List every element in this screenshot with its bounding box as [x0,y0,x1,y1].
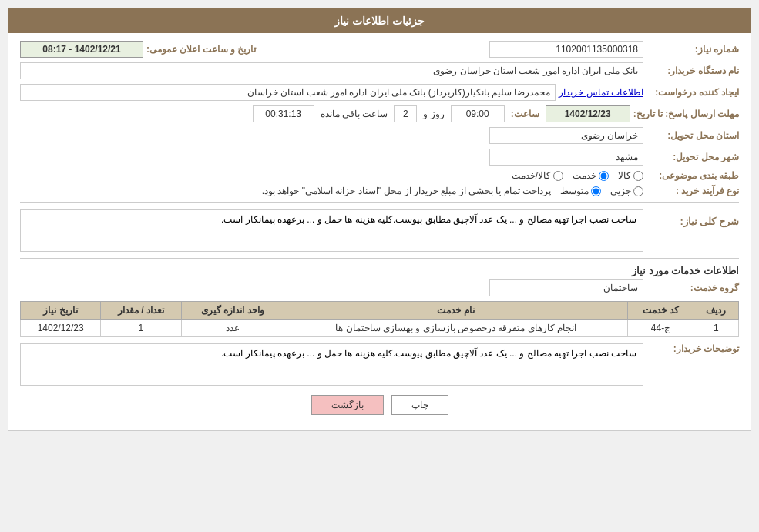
radio-motavasset[interactable]: متوسط [560,186,601,196]
tosifatKharridar-row: توضیحات خریدار: [20,343,739,386]
tabaqebandi-radio-group: کالا خدمت کالا/خدمت [512,170,643,181]
col-namKhadamat: نام خدمت [284,302,628,320]
col-tedad: تعداد / مقدار [101,302,181,320]
bazgasht-button[interactable]: بازگشت [311,395,384,415]
tabaqebandi-label: طبقه بندی موضوعی: [646,170,739,181]
radio-kala-label: کالا [618,170,631,181]
table-row: 1ج-44انجام کارهای متفرقه درخصوص بازسازی … [21,320,739,337]
mohlatErsalPasakh-label: مهلت ارسال پاسخ: تا تاریخ: [633,109,739,119]
shomareNiaz-row: شماره نیاز: 1102001135000318 تاریخ و ساع… [20,41,739,58]
ostan-value: خراسان رضوی [489,127,643,144]
namDastgah-label: نام دستگاه خریدار: [646,65,739,76]
gorohKhadamat-value: ساختمان [489,279,643,296]
radio-kala-khadamat-label: کالا/خدمت [512,170,551,181]
ijadKonande-label: ایجاد کننده درخواست: [646,87,739,98]
shomareNiaz-value: 1102001135000318 [489,41,643,58]
ijadKonande-value: محمدرضا سلیم بانکیار(کاربرداز) بانک ملی … [20,84,556,101]
sharhKoli-label: شرح کلی نیاز: [646,216,739,227]
ostan-label: استان محل تحویل: [646,130,739,141]
table-cell-tarikh: 1402/12/23 [21,320,101,337]
divider-2 [20,258,739,259]
tabaqebandi-row: طبقه بندی موضوعی: کالا خدمت کالا/خدمت [20,170,739,181]
col-vahed: واحد اندازه گیری [181,302,284,320]
table-cell-radif: 1 [694,320,738,337]
table-cell-namKhadamat: انجام کارهای متفرقه درخصوص بازسازی و بهس… [284,320,628,337]
noeFarayand-desc: پرداخت تمام یا بخشی از مبلغ خریدار از مح… [262,186,551,196]
col-radif: ردیف [694,302,738,320]
table-cell-kodKhadamat: ج-44 [628,320,694,337]
divider-1 [20,202,739,203]
radio-jozii-input[interactable] [633,186,643,196]
radio-kala-khadamat[interactable]: کالا/خدمت [512,170,563,181]
panel-title: جزئیات اطلاعات نیاز [334,15,425,27]
saatBaqi-value: 00:31:13 [253,105,314,122]
chap-button[interactable]: چاپ [391,395,448,415]
shahr-row: شهر محل تحویل: مشهد [20,149,739,166]
noeFarayand-label: نوع فرآیند خرید : [646,186,739,196]
radio-motavasset-input[interactable] [591,186,601,196]
gorohKhadamat-label: گروه خدمت: [646,283,739,293]
khadamat-table: ردیف کد خدمت نام خدمت واحد اندازه گیری ت… [20,301,739,337]
radio-kala-khadamat-input[interactable] [553,171,563,181]
tosifatKharridar-textarea[interactable] [20,343,643,386]
roz-value: 2 [394,105,417,122]
main-panel: جزئیات اطلاعات نیاز شماره نیاز: 11020011… [8,8,751,431]
radio-jozii[interactable]: جزیی [610,186,643,196]
col-tarikh: تاریخ نیاز [21,302,101,320]
panel-header: جزئیات اطلاعات نیاز [8,8,751,33]
saat-value: 09:00 [451,105,505,122]
radio-jozii-label: جزیی [610,186,631,196]
radio-khadamat-label: خدمت [573,170,596,181]
noeFarayand-row: نوع فرآیند خرید : جزیی متوسط پرداخت تمام… [20,186,739,196]
ijadKonande-link[interactable]: اطلاعات تماس خریدار [559,87,643,98]
saatBaqi-label: ساعت باقی مانده [321,109,388,119]
sharhKoli-row: شرح کلی نیاز: [20,209,739,252]
shahr-value: مشهد [489,149,643,166]
namDastgah-value: بانک ملی ایران اداره امور شعب استان خراس… [20,62,643,79]
gorohKhadamat-row: گروه خدمت: ساختمان [20,279,739,296]
khadamat-section-title: اطلاعات خدمات مورد نیاز [20,265,739,276]
radio-motavasset-label: متوسط [560,186,589,196]
table-cell-vahed: عدد [181,320,284,337]
page-container: جزئیات اطلاعات نیاز شماره نیاز: 11020011… [0,0,759,532]
ijadKonande-row: ایجاد کننده درخواست: اطلاعات تماس خریدار… [20,84,739,101]
noeFarayand-radio-group: جزیی متوسط [560,186,643,196]
mohlatErsalPasakh-row: مهلت ارسال پاسخ: تا تاریخ: 1402/12/23 سا… [20,105,739,122]
roz-label: روز و [423,109,444,119]
shomareNiaz-label: شماره نیاز: [646,44,739,55]
panel-body: شماره نیاز: 1102001135000318 تاریخ و ساع… [8,33,751,430]
saat-label: ساعت: [511,109,539,119]
namDastgah-row: نام دستگاه خریدار: بانک ملی ایران اداره … [20,62,739,79]
tosifatKharridar-label: توضیحات خریدار: [646,343,739,354]
radio-kala[interactable]: کالا [618,170,643,181]
taarikhoSaatElan-label: تاریخ و ساعت اعلان عمومی: [146,44,256,55]
sharhKoli-textarea[interactable] [20,209,643,252]
taarikhoSaatElan-value: 1402/12/21 - 08:17 [20,41,143,58]
radio-kala-input[interactable] [633,171,643,181]
radio-khadamat[interactable]: خدمت [573,170,609,181]
shahr-label: شهر محل تحویل: [646,152,739,162]
col-kodKhadamat: کد خدمت [628,302,694,320]
tarikh-value: 1402/12/23 [546,105,630,122]
footer-buttons: چاپ بازگشت [20,395,739,423]
table-cell-tedad: 1 [101,320,181,337]
radio-khadamat-input[interactable] [599,171,609,181]
ostan-row: استان محل تحویل: خراسان رضوی [20,127,739,144]
